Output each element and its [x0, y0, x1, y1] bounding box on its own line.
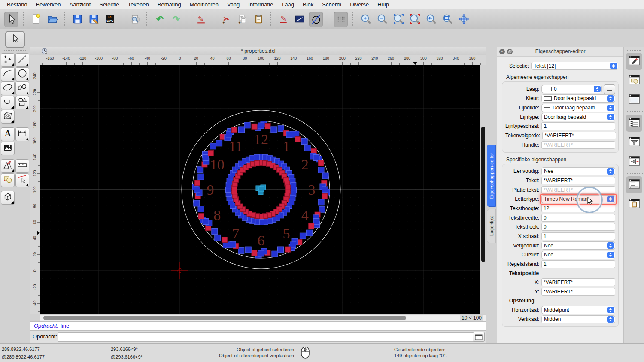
dock-tab-eigenschappen-editor[interactable]: Eigenschappen-editor	[487, 145, 496, 207]
menu-hulp[interactable]: Hulp	[373, 0, 393, 9]
menu-bewerken[interactable]: Bewerken	[32, 0, 65, 9]
lijntype-dropdown[interactable]: Door laag bepaald	[541, 113, 615, 121]
layer-menu-button[interactable]	[604, 84, 615, 94]
zoom-back-button[interactable]	[424, 12, 438, 27]
measure-tool-button[interactable]	[15, 159, 29, 173]
blank-window-button[interactable]	[626, 91, 642, 109]
deselect-tool-button[interactable]	[15, 173, 29, 187]
hatch-tool-button[interactable]	[1, 110, 15, 124]
image-tool-button[interactable]	[1, 142, 15, 155]
menu-vang[interactable]: Vang	[223, 0, 244, 9]
kleur-dropdown[interactable]: Door laag bepaald	[541, 94, 615, 103]
select-pointer-button[interactable]	[4, 12, 18, 27]
save-file-button[interactable]	[70, 12, 84, 27]
menu-informatie[interactable]: Informatie	[244, 0, 277, 9]
zoom-pan-button[interactable]	[457, 12, 471, 27]
eenvoudig-dropdown[interactable]: Nee	[541, 167, 615, 175]
menu-bestand[interactable]: Bestand	[3, 0, 32, 9]
vetgedrukt-dropdown[interactable]: Nee	[541, 241, 615, 250]
tekstbreedte-input[interactable]: 0	[541, 214, 615, 222]
cursief-dropdown[interactable]: Nee	[541, 251, 615, 259]
vertikaal-dropdown[interactable]: Midden	[541, 315, 615, 323]
palette-drag-handle[interactable]	[3, 50, 27, 51]
zoom-previous-button[interactable]	[408, 12, 422, 27]
undo-button[interactable]: ↶	[153, 12, 167, 27]
line-tool-button[interactable]	[15, 53, 29, 67]
copy-button[interactable]: +	[235, 12, 249, 27]
clipboard-window-button[interactable]	[626, 196, 642, 213]
grid-toggle-button[interactable]	[334, 12, 348, 27]
menu-laag[interactable]: Laag	[277, 0, 298, 9]
mouse-icon	[301, 346, 310, 360]
laag-dropdown[interactable]: 0	[541, 85, 602, 93]
strip-drag-handle[interactable]	[627, 50, 641, 51]
points-tool-button[interactable]	[1, 53, 15, 67]
open-file-button[interactable]	[46, 12, 59, 27]
menu-aanzicht[interactable]: Aanzicht	[65, 0, 95, 9]
menu-selectie[interactable]: Selectie	[95, 0, 123, 9]
polyline-tool-button[interactable]	[1, 96, 15, 109]
delete-entity-button[interactable]: ✎	[194, 12, 208, 27]
list-window-button[interactable]	[626, 115, 642, 132]
vertical-scrollbar[interactable]	[480, 65, 486, 314]
zoom-auto-button[interactable]	[392, 12, 405, 27]
tekenvolgorde-input[interactable]: *VARIEERT*	[542, 132, 616, 139]
filter-window-button[interactable]	[626, 134, 642, 151]
modify-tool-button[interactable]	[1, 159, 15, 173]
circle-tool-button[interactable]	[15, 67, 29, 81]
menu-blok[interactable]: Blok	[298, 0, 318, 9]
redo-button[interactable]: ↷	[169, 12, 183, 27]
cut-button[interactable]: ✂+	[219, 12, 233, 27]
menu-tekenen[interactable]: Tekenen	[124, 0, 153, 9]
block-tool-button[interactable]	[1, 173, 15, 187]
paste-button[interactable]	[252, 12, 265, 27]
y-input[interactable]: *VARIEERT*	[541, 288, 615, 296]
text-tool-button[interactable]: A	[1, 127, 15, 141]
document-titlebar[interactable]: * properties.dxf	[30, 47, 486, 56]
zoom-in-button[interactable]	[359, 12, 373, 27]
selected-objects-status: Geselecteerde objecten: 149 objecten op …	[394, 347, 447, 359]
command-window-button[interactable]	[626, 176, 642, 193]
block-window-button[interactable]	[626, 72, 642, 89]
menu-bemating[interactable]: Bemating	[153, 0, 185, 9]
x-input[interactable]: *VARIEERT*	[541, 278, 615, 286]
menu-modificeren[interactable]: Modificeren	[185, 0, 223, 9]
new-file-button[interactable]	[29, 12, 43, 27]
dock-tab-lagenlijst[interactable]: Lagenlijst	[487, 209, 496, 243]
handle-input[interactable]: *VARIEERT*	[541, 141, 615, 149]
spline-tool-button[interactable]	[15, 81, 29, 95]
drawing-canvas[interactable]: 121234567891011	[40, 65, 480, 314]
save-file-as-button[interactable]	[87, 12, 100, 27]
zoom-out-button[interactable]	[375, 12, 389, 27]
regelafstand-input[interactable]: 1	[541, 260, 615, 268]
teksthoek-input[interactable]: 0	[541, 223, 615, 231]
menu-diverse[interactable]: Diverse	[346, 0, 373, 9]
lijntypeschaal-input[interactable]: 1	[541, 122, 615, 130]
solid-3d-tool-button[interactable]	[1, 191, 15, 205]
zoom-window-button[interactable]	[440, 12, 454, 27]
command-input[interactable]	[58, 332, 477, 342]
dimension-tool-button[interactable]	[15, 127, 29, 141]
menu-scherm[interactable]: Scherm	[318, 0, 346, 9]
ellipse-tool-button[interactable]	[1, 81, 15, 95]
arc-tool-button[interactable]	[1, 67, 15, 81]
command-window-button[interactable]	[473, 332, 485, 342]
horizontal-scrollbar[interactable]: 10 < 100	[40, 314, 486, 321]
print-preview-button[interactable]	[128, 12, 142, 27]
tekst-input[interactable]: *VARIEERT*	[541, 177, 615, 184]
circle-tool-button[interactable]	[309, 12, 323, 27]
vertical-scrollbar-thumb[interactable]	[481, 127, 485, 262]
svg-export-button[interactable]: SVG	[103, 12, 117, 27]
lijndikte-dropdown[interactable]: Door laag bepaald	[541, 104, 615, 112]
palette-empty-cell	[15, 110, 29, 124]
horizontaal-dropdown[interactable]: Middelpunt	[541, 306, 615, 314]
selection-dropdown[interactable]: Tekst [12]	[531, 62, 618, 70]
pen-edit-button[interactable]: ✎	[276, 12, 290, 27]
measure-distance-button[interactable]	[293, 12, 307, 27]
shapes-tool-button[interactable]	[15, 96, 29, 109]
announce-window-button[interactable]	[626, 153, 642, 170]
select-tool-button[interactable]	[5, 31, 25, 48]
horizontal-scrollbar-thumb[interactable]	[43, 316, 406, 320]
x-schaal-input[interactable]: 1	[541, 232, 615, 240]
pen-window-button[interactable]	[626, 53, 642, 70]
